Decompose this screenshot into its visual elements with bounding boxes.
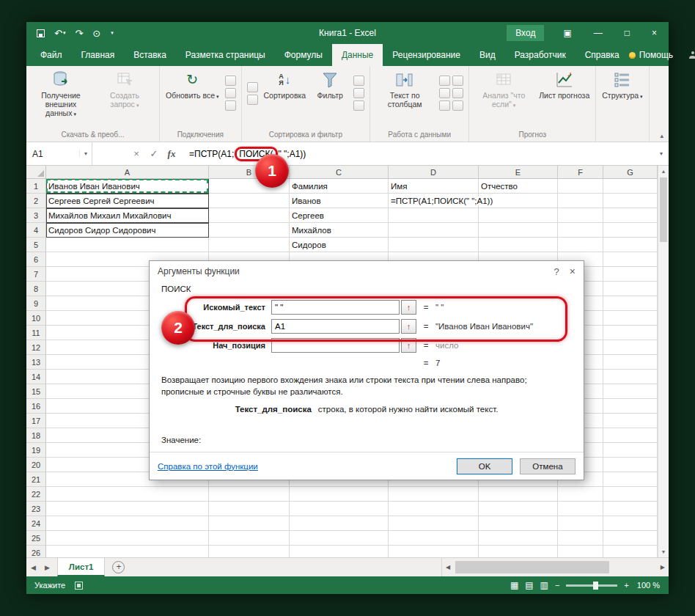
- row-header-23[interactable]: 23: [26, 502, 46, 516]
- collapse-dialog-button[interactable]: ↑: [401, 338, 416, 353]
- row-header-6[interactable]: 6: [26, 252, 46, 267]
- cell-A2[interactable]: Сергеев Сергей Сергеевич: [46, 194, 209, 208]
- row-header-14[interactable]: 14: [26, 370, 46, 384]
- row-header-22[interactable]: 22: [26, 487, 46, 502]
- tab-Рецензирование[interactable]: Рецензирование: [383, 44, 470, 66]
- col-header-A[interactable]: A: [46, 166, 209, 179]
- what-if-analysis-button[interactable]: Анализ "что если"▾: [472, 67, 535, 129]
- cell-A5[interactable]: [46, 238, 209, 252]
- sheet-nav-left-icon[interactable]: ◀: [26, 564, 40, 571]
- col-header-C[interactable]: C: [290, 166, 389, 179]
- cell-G11[interactable]: [603, 326, 658, 340]
- cell-D24[interactable]: [389, 516, 479, 531]
- sort-descending-mini-icon[interactable]: [247, 95, 258, 105]
- col-header-G[interactable]: G: [603, 166, 658, 179]
- cell-F1[interactable]: [558, 179, 603, 194]
- macro-record-icon[interactable]: [75, 582, 83, 590]
- cell-A24[interactable]: [46, 516, 209, 531]
- horizontal-scrollbar-track[interactable]: [454, 558, 657, 576]
- cell-D4[interactable]: [389, 223, 479, 238]
- tab-Разработчик[interactable]: Разработчик: [505, 44, 576, 66]
- cell-B24[interactable]: [209, 516, 290, 531]
- forecast-sheet-button[interactable]: Лист прогноза: [536, 67, 592, 129]
- cell-G17[interactable]: [603, 414, 658, 428]
- cell-C25[interactable]: [290, 531, 389, 546]
- cell-B2[interactable]: [209, 194, 290, 208]
- cell-C4[interactable]: Михайлов: [290, 223, 389, 238]
- cell-D25[interactable]: [389, 531, 479, 546]
- collapse-ribbon-icon[interactable]: ▴: [660, 132, 663, 139]
- cell-G14[interactable]: [603, 370, 658, 384]
- row-header-13[interactable]: 13: [26, 355, 46, 370]
- cell-E4[interactable]: [479, 223, 558, 238]
- cell-G5[interactable]: [603, 238, 658, 252]
- row-header-11[interactable]: 11: [26, 326, 46, 340]
- cell-B22[interactable]: [209, 487, 290, 502]
- cell-G23[interactable]: [603, 502, 658, 516]
- cell-E22[interactable]: [479, 487, 558, 502]
- cell-F3[interactable]: [558, 208, 603, 223]
- cell-G2[interactable]: [603, 194, 658, 208]
- cell-B5[interactable]: [209, 238, 290, 252]
- share-button[interactable]: Поделиться: [689, 50, 695, 60]
- cell-C26[interactable]: [290, 546, 389, 557]
- cell-A26[interactable]: [46, 546, 209, 557]
- zoom-in-button[interactable]: +: [624, 581, 628, 590]
- cell-G18[interactable]: [603, 428, 658, 443]
- cell-G19[interactable]: [603, 443, 658, 458]
- row-header-2[interactable]: 2: [26, 194, 46, 208]
- row-header-7[interactable]: 7: [26, 267, 46, 282]
- undo-button[interactable]: ↶▾: [54, 28, 65, 39]
- vertical-scrollbar[interactable]: ▲ ▼: [658, 166, 669, 557]
- cell-C3[interactable]: Сергеев: [290, 208, 389, 223]
- cell-B3[interactable]: [209, 208, 290, 223]
- cell-D22[interactable]: [389, 487, 479, 502]
- cell-C23[interactable]: [290, 502, 389, 516]
- cell-D1[interactable]: Имя: [389, 179, 479, 194]
- cell-B23[interactable]: [209, 502, 290, 516]
- cell-G4[interactable]: [603, 223, 658, 238]
- cell-C2[interactable]: Иванов: [290, 194, 389, 208]
- row-header-20[interactable]: 20: [26, 458, 46, 472]
- flash-fill-mini-icon[interactable]: [439, 76, 450, 86]
- row-header-19[interactable]: 19: [26, 443, 46, 458]
- row-header-3[interactable]: 3: [26, 208, 46, 223]
- row-header-25[interactable]: 25: [26, 531, 46, 546]
- dialog-close-button[interactable]: ×: [570, 265, 576, 277]
- scroll-down-icon[interactable]: ▼: [658, 549, 669, 554]
- clear-filter-mini-icon[interactable]: [353, 76, 364, 86]
- minimize-button[interactable]: —: [594, 28, 603, 38]
- zoom-level[interactable]: 100 %: [637, 581, 660, 590]
- cell-G13[interactable]: [603, 355, 658, 370]
- row-header-10[interactable]: 10: [26, 311, 46, 326]
- cell-C22[interactable]: [290, 487, 389, 502]
- row-header-21[interactable]: 21: [26, 472, 46, 487]
- tab-Главная[interactable]: Главная: [72, 44, 125, 66]
- cell-B25[interactable]: [209, 531, 290, 546]
- cell-F23[interactable]: [558, 502, 603, 516]
- redo-button[interactable]: ↷: [75, 28, 83, 39]
- name-box-dropdown-icon[interactable]: ▾: [79, 150, 92, 157]
- cell-G16[interactable]: [603, 399, 658, 414]
- cell-G26[interactable]: [603, 546, 658, 557]
- row-header-18[interactable]: 18: [26, 428, 46, 443]
- cell-D3[interactable]: [389, 208, 479, 223]
- start-position-input[interactable]: [271, 338, 400, 353]
- row-header-16[interactable]: 16: [26, 399, 46, 414]
- cell-G6[interactable]: [603, 252, 658, 267]
- cell-G10[interactable]: [603, 311, 658, 326]
- cell-C1[interactable]: Фамилия: [290, 179, 389, 194]
- cancel-entry-button[interactable]: ×: [128, 148, 145, 159]
- zoom-slider-thumb[interactable]: [593, 582, 598, 590]
- tab-Данные[interactable]: Данные: [332, 44, 383, 66]
- consolidate-mini-icon[interactable]: [452, 88, 463, 98]
- ribbon-mini-icon[interactable]: [225, 88, 236, 98]
- col-header-E[interactable]: E: [479, 166, 558, 179]
- cell-F26[interactable]: [558, 546, 603, 557]
- cell-G12[interactable]: [603, 340, 658, 355]
- cell-G3[interactable]: [603, 208, 658, 223]
- ribbon-mini-icon[interactable]: [225, 100, 236, 111]
- ribbon-mini-icon[interactable]: [225, 76, 236, 86]
- save-button[interactable]: [37, 29, 45, 37]
- cell-F24[interactable]: [558, 516, 603, 531]
